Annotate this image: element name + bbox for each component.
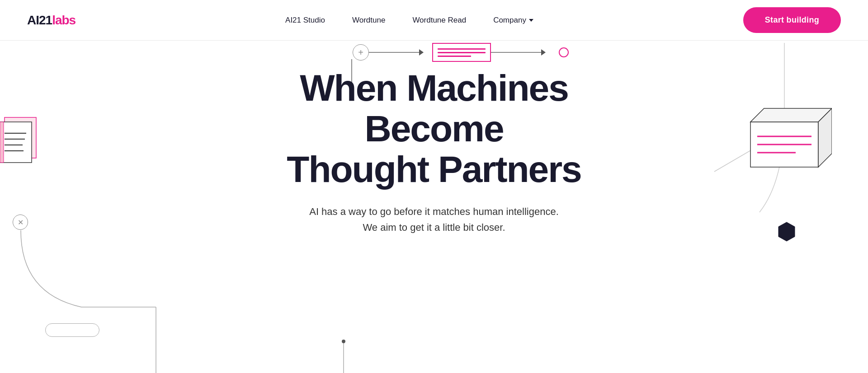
logo-labs: labs <box>52 13 75 28</box>
start-building-button[interactable]: Start building <box>743 7 841 33</box>
nav-link-wordtune-read[interactable]: Wordtune Read <box>412 16 466 24</box>
nav-item-wordtune-read[interactable]: Wordtune Read <box>412 16 466 25</box>
logo[interactable]: AI21 labs <box>27 13 75 28</box>
hero-subtitle: AI has a way to go before it matches hum… <box>309 204 559 235</box>
nav-links: AI21 Studio Wordtune Wordtune Read Compa… <box>285 16 533 25</box>
svg-point-3 <box>342 340 345 343</box>
hero-section: When Machines Become Thought Partners AI… <box>0 41 868 244</box>
left-pill-shape <box>45 323 99 337</box>
nav-link-company[interactable]: Company <box>493 16 533 25</box>
nav-link-ai21studio[interactable]: AI21 Studio <box>285 16 325 24</box>
chevron-down-icon <box>529 19 533 22</box>
nav-item-ai21studio[interactable]: AI21 Studio <box>285 16 325 25</box>
nav-link-wordtune[interactable]: Wordtune <box>352 16 385 24</box>
nav-item-company[interactable]: Company <box>493 16 533 25</box>
nav-item-wordtune[interactable]: Wordtune <box>352 16 385 25</box>
hero-title: When Machines Become Thought Partners <box>231 68 637 190</box>
navbar: AI21 labs AI21 Studio Wordtune Wordtune … <box>0 0 868 41</box>
logo-ai21: AI21 <box>27 13 52 28</box>
